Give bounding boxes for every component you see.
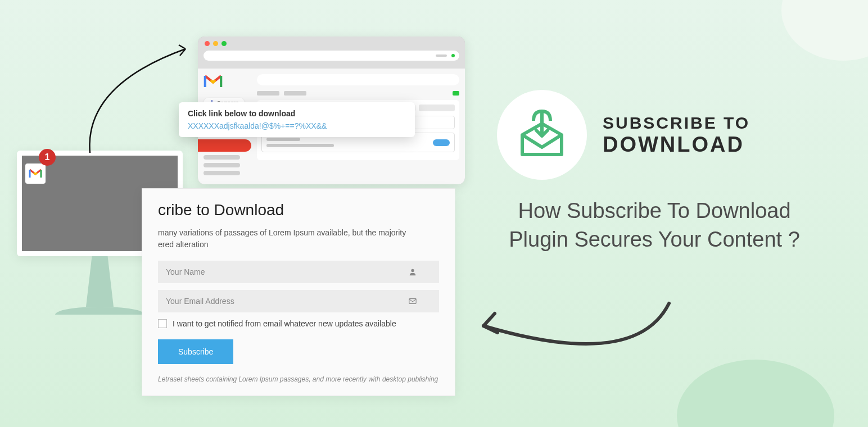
sidebar-item[interactable] [204, 163, 240, 167]
decorative-blob [781, 0, 868, 61]
brand-text-top: SUBSCRIBE TO [603, 113, 750, 133]
subscribe-button[interactable]: Subscribe [158, 339, 233, 364]
checkbox-icon[interactable] [158, 319, 167, 328]
form-description: many variations of passages of Lorem Ips… [158, 227, 439, 251]
subscribe-form: cribe to Download many variations of pas… [142, 188, 455, 396]
window-minimize-icon [213, 41, 218, 46]
sidebar-item[interactable] [204, 171, 240, 175]
notify-checkbox[interactable]: I want to get notified from email whatev… [158, 319, 439, 328]
download-link-popover: Click link below to download XXXXXXadjsf… [179, 102, 415, 137]
checkbox-label: I want to get notified from email whatev… [173, 319, 396, 328]
browser-titlebar [198, 37, 465, 51]
search-bar[interactable] [257, 74, 459, 85]
form-footer-note: Letraset sheets containing Lorem Ipsum p… [158, 375, 439, 383]
window-maximize-icon [221, 41, 227, 46]
download-link[interactable]: XXXXXXadjsfkaalda!@$%+==?%XX&& [188, 121, 406, 130]
popover-title: Click link below to download [188, 109, 406, 118]
headline-text: How Subscribe To Download Plugin Secures… [497, 197, 812, 255]
notification-badge: 1 [39, 149, 56, 166]
form-title: cribe to Download [158, 201, 439, 219]
url-bar [204, 51, 459, 61]
user-icon [409, 268, 417, 276]
envelope-icon [409, 298, 417, 305]
decorative-blob [677, 360, 834, 427]
svg-point-0 [411, 269, 414, 272]
arrow-icon [467, 298, 680, 382]
gmail-icon [25, 163, 46, 184]
brand-text-bottom: DOWNLOAD [603, 133, 750, 157]
svg-rect-1 [409, 299, 416, 304]
brand-logo-icon [497, 90, 587, 180]
brand-lockup: SUBSCRIBE TO DOWNLOAD [497, 90, 812, 180]
window-close-icon [205, 41, 210, 46]
name-input[interactable]: Your Name [158, 261, 439, 283]
sidebar-item-active[interactable] [198, 139, 251, 152]
sidebar-item[interactable] [204, 155, 240, 160]
gmail-logo-icon [204, 74, 251, 91]
arrow-icon [73, 40, 202, 158]
email-input[interactable]: Your Email Address [158, 290, 439, 312]
